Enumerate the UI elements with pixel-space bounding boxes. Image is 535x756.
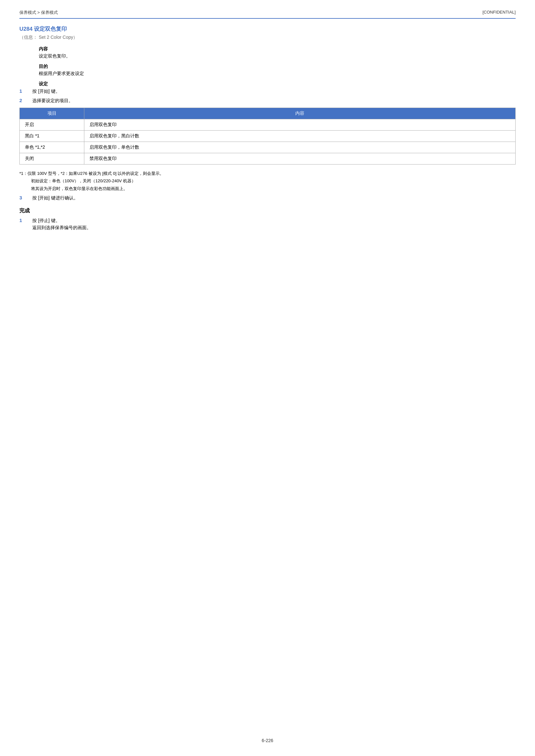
content-section-text: 设定双色复印。 (39, 53, 516, 59)
table-header-1: 内容 (84, 108, 516, 119)
table-cell-item-0: 开启 (20, 119, 84, 131)
completion-step-1: 1 按 [停止] 键。 返回到选择保养编号的画面。 (19, 218, 516, 231)
table-cell-content-1: 启用双色复印，黑白计数 (84, 131, 516, 142)
header-area: 保养模式 > 保养模式 [CONFIDENTIAL] (19, 10, 516, 15)
footnote-1: *1：仅限 100V 型号，*2：如果U276 被设为 [模式 0] 以外的设定… (19, 170, 516, 177)
table-cell-content-0: 启用双色复印 (84, 119, 516, 131)
subtitle: （信息： Set 2 Color Copy） (19, 35, 516, 41)
table-header-row: 项目内容 (20, 108, 516, 119)
page-number: 6-226 (262, 738, 273, 743)
step-2-text: 选择要设定的项目。 (32, 98, 73, 104)
completion-step-1-text: 按 [停止] 键。 (32, 218, 91, 224)
completion-label: 完成 (19, 208, 516, 214)
step-2-number: 2 (19, 98, 32, 103)
header-divider (19, 18, 516, 19)
step-1-text: 按 [开始] 键。 (32, 89, 60, 94)
setting-section-label: 设定 (39, 81, 516, 87)
table-header-0: 项目 (20, 108, 84, 119)
footnote-area: *1：仅限 100V 型号，*2：如果U276 被设为 [模式 0] 以外的设定… (19, 170, 516, 192)
content-section-label: 内容 (39, 46, 516, 52)
step-3: 3 按 [开始] 键进行确认。 (19, 195, 516, 201)
purpose-section-label: 目的 (39, 64, 516, 70)
completion-step-1-note: 返回到选择保养编号的画面。 (32, 225, 91, 231)
page-title: U284 设定双色复印 (19, 25, 516, 33)
step-3-number: 3 (19, 195, 32, 200)
purpose-section-text: 根据用户要求更改设定 (39, 71, 516, 76)
table-row: 关闭禁用双色复印 (20, 153, 516, 164)
table-row: 开启启用双色复印 (20, 119, 516, 131)
table-cell-item-2: 单色 *1,*2 (20, 142, 84, 153)
table-cell-item-1: 黑白 *1 (20, 131, 84, 142)
table-row: 黑白 *1启用双色复印，黑白计数 (20, 131, 516, 142)
step-2: 2 选择要设定的项目。 (19, 98, 516, 104)
table-cell-item-3: 关闭 (20, 153, 84, 164)
confidential-label: [CONFIDENTIAL] (482, 10, 516, 15)
footnote-2: 初始设定：单色（100V），关闭（120/220-240V 机器） (31, 177, 516, 185)
table-row: 单色 *1,*2启用双色复印，单色计数 (20, 142, 516, 153)
table-cell-content-3: 禁用双色复印 (84, 153, 516, 164)
completion-step-1-number: 1 (19, 218, 32, 223)
step-3-text: 按 [开始] 键进行确认。 (32, 195, 78, 201)
table-cell-content-2: 启用双色复印，单色计数 (84, 142, 516, 153)
step-1-number: 1 (19, 88, 32, 94)
step-1: 1 按 [开始] 键。 (19, 88, 516, 94)
settings-table: 项目内容 开启启用双色复印黑白 *1启用双色复印，黑白计数单色 *1,*2启用双… (19, 108, 516, 164)
breadcrumb: 保养模式 > 保养模式 (19, 10, 58, 15)
footnote-3: 将其设为开启时，双色复印显示在彩色功能画面上。 (31, 185, 516, 192)
